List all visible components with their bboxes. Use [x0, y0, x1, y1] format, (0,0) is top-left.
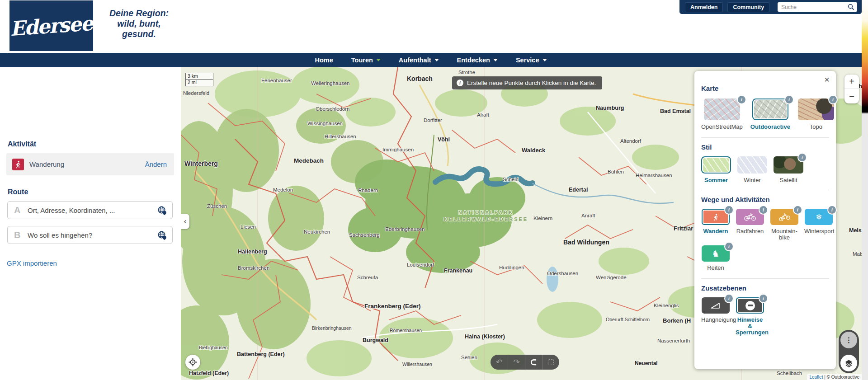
community-button[interactable]: Community: [727, 2, 769, 12]
map-town-label: Altendorf: [620, 138, 641, 144]
layers-button[interactable]: [840, 355, 857, 371]
layer-wandern[interactable]: i Wandern: [701, 209, 730, 241]
close-panel-button[interactable]: ×: [824, 75, 830, 85]
route-destination-field: B: [7, 226, 173, 244]
map-town-label: Medebach: [294, 157, 324, 164]
edersee-logo[interactable]: Edersee: [9, 0, 93, 51]
info-icon: i: [457, 80, 463, 86]
map-town-label: Schreufa: [357, 275, 378, 280]
search-input[interactable]: [778, 2, 857, 12]
basemap-label: Outdooractive: [750, 124, 790, 130]
basemap-openstreetmap[interactable]: i OpenStreetMap: [701, 99, 743, 130]
info-icon[interactable]: i: [760, 206, 767, 214]
map-town-label: Sehlen: [461, 355, 477, 360]
snap-magnet-button[interactable]: [525, 355, 542, 370]
more-options-button[interactable]: ⋮: [840, 332, 857, 348]
info-icon[interactable]: i: [829, 96, 837, 103]
snowflake-icon: ❄: [816, 212, 822, 222]
leaflet-link[interactable]: Leaflet: [809, 375, 823, 380]
edersee-logo-text: Edersee: [9, 11, 93, 40]
sidebar-collapse-button[interactable]: ‹: [181, 214, 189, 229]
map-town-label: Odershausen: [547, 271, 578, 276]
change-activity-link[interactable]: Ändern: [145, 160, 167, 168]
nav-aufenthalt[interactable]: Aufenthalt: [399, 56, 439, 64]
chevron-down-icon: [542, 59, 547, 61]
map-town-label: Strothe: [458, 70, 475, 75]
map-town-label: Wenzigerode: [596, 275, 627, 280]
globe-pin-icon[interactable]: [157, 230, 167, 240]
map-town-label: Bromskirchen: [238, 265, 269, 271]
layer-label: Mountain-bike: [770, 228, 799, 241]
info-icon[interactable]: i: [828, 206, 836, 214]
map-town-label: Liesen: [241, 224, 256, 230]
info-icon[interactable]: i: [725, 243, 733, 250]
box-select-button[interactable]: [542, 355, 559, 370]
map-town-label: Oberschledorn: [316, 106, 349, 112]
hiker-icon: [712, 213, 720, 221]
map-town-label: Korbach: [407, 75, 433, 82]
search-icon[interactable]: [848, 4, 854, 10]
locate-button[interactable]: [185, 355, 200, 370]
map-town-label: Züschen: [207, 203, 227, 209]
extra-layer-options: i Hangneigung i Hinweise & Sperrungen: [701, 297, 829, 336]
horse-rider-icon: ♞: [712, 249, 719, 259]
region-tagline: Deine Region: wild, bunt, gesund.: [102, 8, 176, 39]
map-town-label: Battenberg (Eder): [237, 351, 285, 357]
nav-service[interactable]: Service: [516, 56, 547, 64]
wege-section-title: Wege und Aktivitäten: [701, 196, 829, 203]
karte-section-title: Karte: [701, 84, 829, 92]
info-icon[interactable]: i: [760, 295, 767, 302]
layer-radfahren[interactable]: i Radfahren: [736, 209, 764, 241]
style-winter[interactable]: Winter: [737, 156, 767, 183]
undo-button[interactable]: ↶: [491, 355, 508, 370]
nav-touren[interactable]: Touren: [351, 56, 381, 64]
info-icon[interactable]: i: [785, 96, 793, 103]
hiker-icon: [12, 159, 24, 170]
info-icon[interactable]: i: [725, 206, 733, 214]
zoom-out-button[interactable]: −: [844, 89, 859, 103]
map-town-label: Rhadern: [358, 188, 378, 193]
map-town-label: Waldeck: [522, 147, 545, 154]
layer-mountainbike[interactable]: i Mountain-bike: [770, 209, 799, 241]
map-town-label: Hillershausen: [325, 134, 356, 139]
info-icon[interactable]: i: [798, 154, 806, 161]
nav-entdecken[interactable]: Entdecken: [457, 56, 498, 64]
tagline-line: gesund.: [102, 29, 176, 39]
basemap-topo[interactable]: i Topo: [798, 99, 834, 130]
map-town-label: Louisendorf: [407, 262, 434, 267]
map-town-label: Heimarshausen: [636, 173, 672, 178]
basemap-label: OpenStreetMap: [701, 124, 743, 130]
stil-section-title: Stil: [701, 143, 829, 151]
info-icon[interactable]: i: [794, 206, 802, 214]
layer-reiten[interactable]: i ♞ Reiten: [701, 245, 730, 271]
zoom-control: + −: [844, 75, 859, 103]
map-layers-panel: × Karte i OpenStreetMap i Outdooractive …: [694, 71, 836, 369]
route-destination-input[interactable]: [28, 231, 157, 239]
route-start-input[interactable]: [28, 206, 157, 214]
layer-hinweise-sperrungen[interactable]: i Hinweise & Sperrungen: [736, 297, 764, 336]
redo-button[interactable]: ↷: [508, 355, 525, 370]
layer-wintersport[interactable]: i ❄ Wintersport: [804, 209, 833, 241]
map-town-label: Birkenbringhausen: [312, 325, 352, 331]
basemap-thumbnail: [704, 99, 740, 120]
style-satellit[interactable]: i Satellit: [774, 156, 803, 183]
activity-layer-options: i Wandern i Radfahren i Mountain-bike: [701, 209, 829, 241]
globe-pin-icon[interactable]: [157, 206, 167, 215]
magnet-icon: [530, 358, 538, 366]
layer-hangneigung[interactable]: i Hangneigung: [701, 297, 730, 336]
basemap-thumbnail: [798, 99, 834, 120]
map-town-label: Bad Wildungen: [563, 239, 609, 246]
nav-home[interactable]: Home: [315, 56, 333, 64]
info-icon[interactable]: i: [725, 295, 733, 302]
style-sommer[interactable]: Sommer: [701, 156, 731, 183]
crosshair-icon: [189, 358, 197, 366]
info-icon[interactable]: i: [738, 96, 745, 103]
close-icon: ×: [824, 75, 830, 84]
gpx-import-link[interactable]: GPX importieren: [7, 259, 57, 267]
login-button[interactable]: Anmelden: [685, 2, 723, 12]
layer-label: Hangneigung: [701, 317, 730, 323]
map-town-label: Winterberg: [184, 160, 218, 167]
zoom-in-button[interactable]: +: [844, 75, 859, 89]
nav-service-label: Service: [516, 56, 539, 64]
basemap-outdooractive[interactable]: i Outdooractive: [750, 99, 790, 130]
